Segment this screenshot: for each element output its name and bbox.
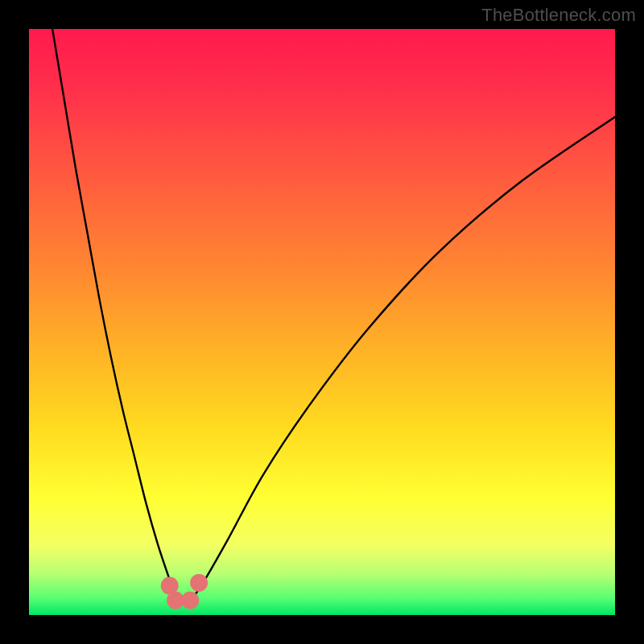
chart-frame [29, 29, 615, 615]
watermark-text: TheBottleneck.com [481, 5, 636, 26]
chart-background-gradient [29, 29, 615, 615]
